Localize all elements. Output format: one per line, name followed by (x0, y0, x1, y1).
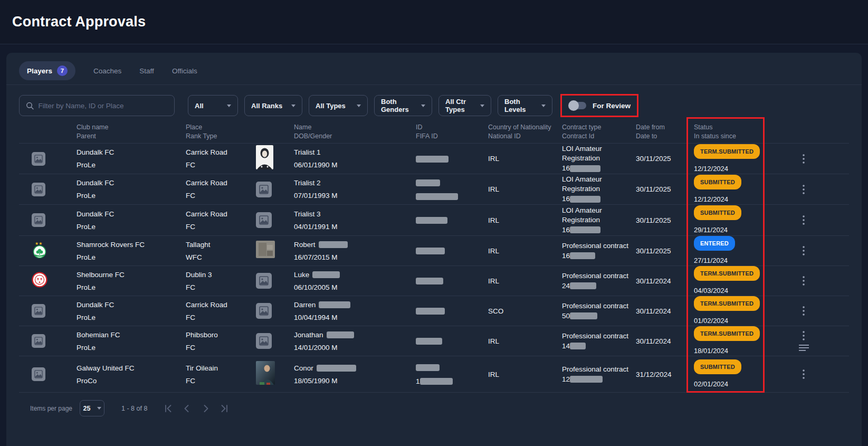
tab-officials[interactable]: Officials (172, 67, 197, 75)
search-field[interactable] (19, 95, 175, 116)
photo-cell (256, 361, 294, 387)
redacted-text (570, 226, 600, 233)
contract-type: LOI Amateur (562, 144, 636, 154)
next-page-icon[interactable] (201, 404, 211, 413)
redacted-text (416, 193, 458, 200)
player-name: Robert (294, 240, 416, 250)
top-bar: Contract Approvals (0, 0, 868, 44)
filter-dropdown-both-genders[interactable]: Both Genders (374, 95, 432, 116)
id-cell (416, 306, 488, 316)
kebab-menu-icon[interactable] (803, 246, 805, 255)
dropdown-value: Both Levels (504, 98, 536, 113)
place-name: Tallaght (186, 240, 256, 250)
name-cell: Luke 06/10/2005 M (294, 270, 416, 292)
status-badge: SUBMITTED (694, 175, 741, 189)
image-placeholder-icon (32, 334, 45, 348)
table-row[interactable]: Dundalk FC ProLe Carrick Road FC Trialis… (19, 174, 849, 205)
filter-dropdown-both-levels[interactable]: Both Levels (498, 95, 552, 116)
date-from: 31/12/2024 (636, 369, 694, 379)
status-badge: SUBMITTED (694, 205, 741, 220)
image-placeholder-icon (32, 183, 45, 196)
column-header: StatusIn status since (694, 123, 774, 141)
chevron-down-icon (291, 105, 295, 107)
pagination-bar: Items per page 25 1 - 8 of 8 (6, 393, 862, 416)
table-row[interactable]: Dundalk FC ProLe Carrick Road FC Darren … (19, 296, 849, 326)
kebab-menu-icon[interactable] (803, 154, 805, 164)
dob-gender: 07/01/1993 M (294, 191, 416, 201)
dropdown-value: Both Genders (381, 98, 416, 113)
table-row[interactable]: ★★ Shamrock Rovers FC ProLe Tallaght WFC… (19, 236, 849, 266)
contract-type: Professional contract (562, 331, 636, 341)
last-page-icon[interactable] (220, 404, 230, 413)
dropdown-value: All (195, 102, 204, 110)
place-cell: Tallaght WFC (186, 240, 256, 262)
rank-type: FC (186, 222, 256, 232)
player-photo (256, 241, 275, 258)
column-header: Country of NationalityNational ID (488, 123, 562, 141)
first-page-icon[interactable] (163, 404, 173, 413)
kebab-menu-icon[interactable] (803, 276, 805, 286)
row-actions (803, 306, 821, 316)
row-actions (803, 154, 821, 164)
filter-dropdown-all-ctr-types[interactable]: All Ctr Types (438, 95, 491, 116)
items-per-page-select[interactable]: 25 (80, 400, 104, 416)
filter-dropdown-all-ranks[interactable]: All Ranks (244, 95, 302, 116)
tab-players[interactable]: Players 7 (19, 61, 75, 80)
club-logo (19, 272, 77, 290)
kebab-menu-icon[interactable] (803, 306, 805, 316)
player-name: Jonathan (294, 330, 416, 340)
table-row[interactable]: Dundalk FC ProLe Carrick Road FC Trialis… (19, 144, 849, 174)
kebab-menu-icon[interactable] (803, 331, 805, 340)
club-logo (19, 152, 77, 166)
id-cell: 1 (416, 363, 488, 386)
image-placeholder-icon (32, 213, 45, 227)
tab-staff[interactable]: Staff (139, 67, 154, 75)
kebab-menu-icon[interactable] (803, 215, 805, 225)
dob-gender: 10/04/1994 M (294, 312, 416, 322)
menu-lines-icon[interactable] (799, 345, 809, 351)
kebab-menu-icon[interactable] (803, 369, 805, 379)
table-row[interactable]: Dundalk FC ProLe Carrick Road FC Trialis… (19, 205, 849, 236)
filter-dropdown-all[interactable]: All (188, 95, 238, 116)
filter-dropdowns: All All Ranks All Types Both Genders All… (188, 95, 552, 116)
in-status-since: 04/03/2024 (694, 286, 774, 296)
image-placeholder-icon (256, 333, 272, 349)
contract-id: 16 (562, 194, 636, 204)
for-review-highlight: For Review (560, 94, 638, 117)
previous-page-icon[interactable] (182, 404, 192, 413)
name-cell: Trialist 2 07/01/1993 M (294, 178, 416, 201)
club-parent: ProLe (77, 222, 186, 232)
redacted-text (319, 241, 348, 248)
table-row[interactable]: Bohemian FC ProLe Phibsboro FC Jonathan … (19, 326, 849, 356)
club-logo: ★★ (19, 241, 77, 261)
place-name: Phibsboro (186, 330, 256, 340)
club-name: Dundalk FC (77, 178, 186, 188)
column-header: PlaceRank Type (186, 123, 256, 141)
club-cell: Dundalk FC ProLe (77, 178, 186, 201)
dropdown-value: All Ctr Types (445, 98, 475, 113)
club-logo (19, 304, 77, 318)
search-input[interactable] (39, 102, 168, 110)
place-cell: Carrick Road FC (186, 147, 256, 170)
table-row[interactable]: Galway United FC ProCo Tir Oileain FC Co… (19, 356, 849, 393)
nationality: IRL (488, 184, 562, 194)
club-cell: Dundalk FC ProLe (77, 209, 186, 232)
filter-dropdown-all-types[interactable]: All Types (309, 95, 368, 116)
tab-coaches[interactable]: Coaches (93, 67, 121, 75)
kebab-menu-icon[interactable] (803, 185, 805, 194)
status-badge: SUBMITTED (694, 359, 741, 374)
in-status-since: 12/12/2024 (694, 194, 774, 204)
nationality: IRL (488, 246, 562, 256)
club-cell: Galway United FC ProCo (77, 363, 186, 386)
row-actions (803, 369, 821, 379)
in-status-since: 27/11/2024 (694, 255, 774, 265)
club-logo (19, 367, 77, 381)
table-row[interactable]: Shelbourne FC ProLe Dublin 3 FC Luke 06/… (19, 266, 849, 296)
status-badge: TERM.SUBMITTED (694, 326, 760, 341)
chevron-down-icon (357, 105, 361, 107)
in-status-since: 29/11/2024 (694, 225, 774, 235)
redacted-text (570, 252, 595, 259)
for-review-toggle[interactable] (568, 100, 587, 111)
dob-gender: 14/01/2000 M (294, 343, 416, 353)
players-count-badge: 7 (57, 65, 68, 76)
